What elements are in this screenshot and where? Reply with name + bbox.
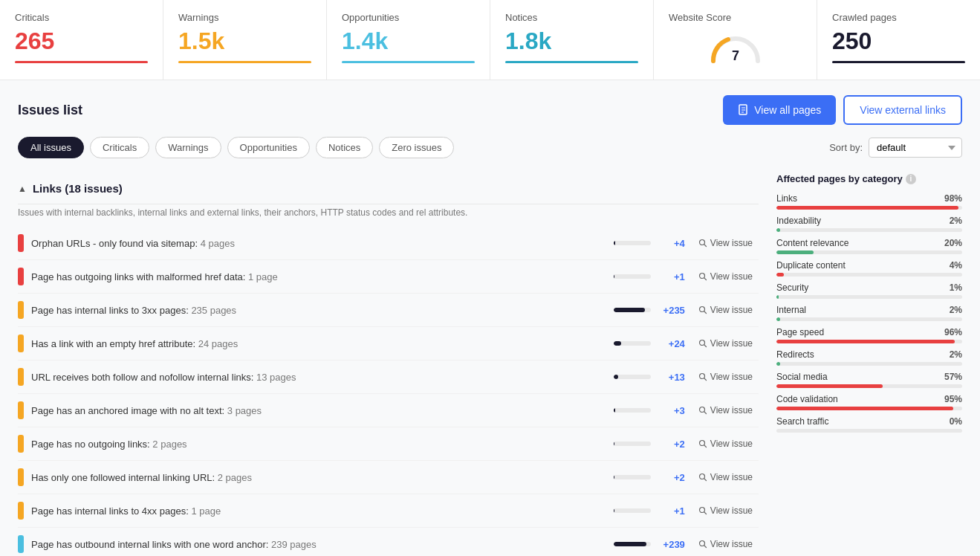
view-issue-button[interactable]: View issue — [692, 235, 759, 251]
header-buttons: View all pages View external links — [723, 95, 962, 125]
category-pct: 0% — [950, 416, 962, 427]
view-issue-button[interactable]: View issue — [692, 302, 759, 318]
view-issue-button[interactable]: View issue — [692, 502, 759, 519]
metric-card-notices: Notices 1.8k — [490, 0, 654, 80]
category-bar-fill — [776, 228, 780, 232]
issue-bar-fill — [614, 341, 621, 346]
metrics-bar: Criticals 265 Warnings 1.5k Opportunitie… — [0, 0, 980, 80]
view-issue-button[interactable]: View issue — [692, 536, 759, 552]
svg-line-6 — [704, 245, 707, 247]
collapse-icon[interactable]: ▲ — [18, 184, 27, 194]
sidebar-title: Affected pages by category i — [776, 173, 962, 184]
issue-mini-bar — [614, 542, 651, 546]
category-bar-fill — [776, 340, 955, 343]
category-pct: 95% — [944, 394, 962, 404]
issue-bar-area: +239 — [614, 539, 685, 550]
metric-value: 250 — [832, 28, 965, 55]
sort-select[interactable]: defaultseveritypages affected — [869, 138, 962, 158]
list-item: Code validation 95% — [776, 394, 962, 410]
category-header: Redirects 2% — [776, 349, 962, 360]
category-header: Indexability 2% — [776, 216, 962, 226]
issue-pages: 4 pages — [201, 238, 235, 249]
document-icon — [738, 104, 750, 116]
category-header: Internal 2% — [776, 305, 962, 315]
filter-tab-opportunities[interactable]: Opportunities — [227, 137, 310, 158]
issue-bar-fill — [614, 475, 615, 479]
category-header: Social media 57% — [776, 372, 962, 382]
table-row: Has a link with an empty href attribute:… — [18, 327, 759, 361]
issue-count: +1 — [655, 271, 685, 282]
view-issue-button[interactable]: View issue — [692, 268, 759, 285]
filter-tab-warnings[interactable]: Warnings — [155, 137, 221, 158]
issue-name: Page has outbound internal links with on… — [31, 539, 268, 550]
issue-mini-bar — [614, 241, 651, 245]
category-header: Security 1% — [776, 282, 962, 293]
severity-dot — [18, 502, 24, 520]
metric-value: 1.8k — [505, 28, 638, 55]
view-issue-button[interactable]: View issue — [692, 369, 759, 385]
view-external-links-button[interactable]: View external links — [843, 95, 962, 125]
metric-bar — [342, 61, 475, 63]
svg-line-20 — [704, 479, 707, 481]
category-bar-bg — [776, 429, 962, 433]
view-issue-button[interactable]: View issue — [692, 402, 759, 418]
list-item: Page speed 96% — [776, 327, 962, 343]
main-content: Issues list View all pages View external… — [0, 80, 980, 556]
category-bar-bg — [776, 273, 962, 277]
issue-pages: 1 page — [191, 505, 221, 517]
category-name: Indexability — [776, 216, 821, 226]
svg-line-24 — [704, 546, 707, 548]
info-icon[interactable]: i — [906, 174, 916, 184]
metric-card-warnings: Warnings 1.5k — [163, 0, 327, 80]
category-bar-fill — [776, 317, 780, 321]
issue-count: +239 — [655, 539, 685, 550]
view-issue-button[interactable]: View issue — [692, 335, 759, 352]
category-header: Search traffic 0% — [776, 416, 962, 427]
filter-tab-zero-issues[interactable]: Zero issues — [379, 137, 454, 158]
issue-bar-area: +13 — [614, 372, 685, 383]
severity-dot — [18, 468, 24, 486]
list-item: Content relevance 20% — [776, 238, 962, 254]
category-bar-bg — [776, 228, 962, 232]
category-name: Search traffic — [776, 416, 828, 427]
view-issue-button[interactable]: View issue — [692, 469, 759, 485]
category-bar-fill — [776, 362, 780, 366]
category-name: Duplicate content — [776, 260, 846, 271]
metric-value: 1.5k — [178, 28, 311, 55]
filter-tab-all-issues[interactable]: All issues — [18, 137, 84, 158]
table-row: Page has an anchored image with no alt t… — [18, 394, 759, 427]
issue-text: Has a link with an empty href attribute:… — [31, 338, 606, 349]
filter-tab-notices[interactable]: Notices — [316, 137, 373, 158]
category-pct: 2% — [950, 305, 962, 315]
issue-text: Orphan URLs - only found via sitemap: 4 … — [31, 238, 606, 249]
section-subtitle: Issues with internal backlinks, internal… — [18, 207, 759, 218]
category-header: Duplicate content 4% — [776, 260, 962, 271]
category-name: Links — [776, 193, 797, 204]
metric-label: Notices — [505, 12, 638, 23]
issue-text: Page has an anchored image with no alt t… — [31, 405, 606, 416]
issue-bar-fill — [614, 241, 616, 245]
issue-bar-area: +4 — [614, 238, 685, 249]
issue-name: Page has no outgoing links: — [31, 439, 150, 450]
metric-value: 265 — [15, 28, 148, 55]
table-row: Has only one followed internal linking U… — [18, 461, 759, 494]
issue-pages: 13 pages — [256, 372, 296, 383]
metric-bar — [832, 61, 965, 63]
issue-mini-bar — [614, 475, 651, 479]
issue-pages: 3 pages — [227, 405, 262, 416]
metric-card-opportunities: Opportunities 1.4k — [327, 0, 490, 80]
category-name: Social media — [776, 372, 828, 382]
view-issue-button[interactable]: View issue — [692, 436, 759, 452]
category-pct: 2% — [950, 216, 962, 226]
category-header: Page speed 96% — [776, 327, 962, 337]
list-item: Redirects 2% — [776, 349, 962, 366]
issue-name: Page has internal links to 3xx pages: — [31, 305, 189, 316]
severity-dot — [18, 368, 24, 386]
category-header: Content relevance 20% — [776, 238, 962, 248]
metric-bar — [178, 61, 311, 63]
view-all-pages-button[interactable]: View all pages — [723, 95, 836, 125]
sort-label: Sort by: — [829, 142, 863, 153]
issue-bar-area: +235 — [614, 305, 685, 316]
filter-tab-criticals[interactable]: Criticals — [90, 137, 149, 158]
list-item: Indexability 2% — [776, 216, 962, 232]
